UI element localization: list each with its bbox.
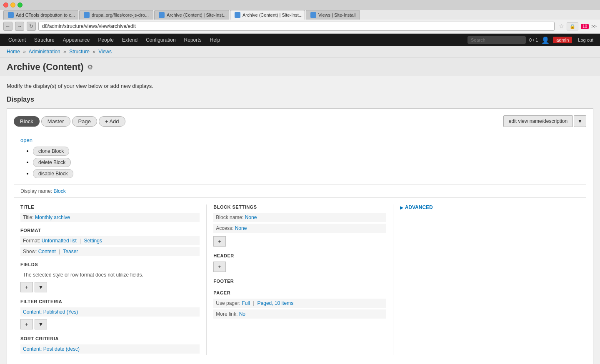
forward-button[interactable]: → [15, 22, 24, 31]
page-description: Modify the display(s) of your view below… [7, 83, 593, 89]
format-settings-link[interactable]: Settings [84, 238, 102, 244]
title-value-link[interactable]: Monthly archive [35, 214, 70, 220]
fields-section-label: FIELDS [20, 262, 200, 267]
tab-master[interactable]: Master [41, 116, 70, 127]
tab-icon-5 [310, 12, 316, 18]
advanced-link[interactable]: ADVANCED [400, 204, 573, 210]
breadcrumb-structure[interactable]: Structure [69, 49, 90, 55]
filter-add-dropdown[interactable]: ▼ [35, 319, 48, 329]
format-value-link[interactable]: Unformatted list [42, 238, 77, 244]
pager-section-label: PAGER [213, 290, 386, 295]
browser-tabs: Add CTools dropbutton to c... drupal.org… [0, 10, 600, 20]
view-col-1: TITLE Title: Monthly archive FORMAT Form… [20, 204, 207, 355]
format-row: Format: Unformatted list | Settings [20, 236, 200, 245]
displays-title: Displays [7, 96, 593, 103]
display-tabs: Block Master Page + Add [14, 116, 125, 127]
back-button[interactable]: ← [3, 22, 12, 31]
disable-block-button[interactable]: disable Block [33, 169, 73, 178]
adminbar-configuration[interactable]: Configuration [142, 34, 180, 46]
filter-add-row: + ▼ [20, 319, 200, 329]
view-col-2: BLOCK SETTINGS Block name: None Access: … [207, 204, 393, 355]
breadcrumb-administration[interactable]: Administration [29, 49, 60, 55]
display-name-row: Display name: Block [14, 185, 586, 197]
traffic-lights [3, 2, 22, 7]
admin-counter: 0 / 1 [529, 37, 538, 42]
list-item-delete: delete Block [33, 158, 580, 167]
settings-icon[interactable]: ⚙ [87, 63, 93, 71]
admin-username[interactable]: admin [553, 37, 572, 43]
adminbar-reports[interactable]: Reports [180, 34, 206, 46]
view-col-3: ADVANCED [393, 204, 580, 355]
filter-add-button[interactable]: + [20, 319, 33, 329]
adminbar-help[interactable]: Help [206, 34, 225, 46]
format-section-label: FORMAT [20, 228, 200, 233]
adminbar-right: 0 / 1 👤 admin Log out [468, 36, 596, 44]
edit-view-dropdown[interactable]: ▼ [574, 115, 586, 127]
tab-icon-3 [159, 12, 165, 18]
breadcrumb-views[interactable]: Views [98, 49, 112, 55]
adminbar-extend[interactable]: Extend [118, 34, 142, 46]
sort-value-link[interactable]: Content: Post date (desc) [20, 344, 200, 354]
adminbar-people[interactable]: People [94, 34, 118, 46]
tab-icon-1 [8, 12, 14, 18]
user-icon: 👤 [541, 36, 550, 44]
address-bar[interactable] [38, 22, 555, 31]
page-header: Archive (Content) ⚙ [0, 57, 600, 76]
fields-add-button[interactable]: + [20, 282, 33, 292]
logout-link[interactable]: Log out [575, 37, 596, 42]
fields-add-row: + ▼ [20, 282, 200, 292]
more-link-row: More link: No [213, 309, 386, 319]
page-content: Modify the display(s) of your view below… [0, 76, 600, 364]
block-add-button[interactable]: + [213, 236, 226, 247]
block-settings-label: BLOCK SETTINGS [213, 204, 386, 209]
browser-tab-1[interactable]: Add CTools dropbutton to c... [3, 10, 78, 20]
adminbar-structure[interactable]: Structure [30, 34, 59, 46]
pager-paged-link[interactable]: Paged, 10 items [258, 300, 294, 306]
header-add-button[interactable]: + [213, 262, 226, 272]
breadcrumb-home[interactable]: Home [7, 49, 20, 55]
browser-tab-5[interactable]: Views | Site-Install [306, 10, 360, 20]
adminbar-appearance[interactable]: Appearance [59, 34, 94, 46]
access-value-link[interactable]: None [235, 225, 247, 231]
title-row: Title: Monthly archive [20, 213, 200, 222]
list-item-disable: disable Block [33, 169, 580, 178]
close-button[interactable] [3, 2, 8, 7]
more-link-value[interactable]: No [239, 311, 245, 317]
browser-tab-3[interactable]: Archive (Content) | Site-Inst... [154, 10, 229, 20]
block-name-row: Block name: None [213, 213, 386, 222]
edit-view-button[interactable]: edit view name/description [503, 115, 573, 127]
show-value-link[interactable]: Content [38, 249, 56, 254]
block-name-link[interactable]: None [245, 214, 257, 220]
browser-tab-2[interactable]: drupal.org/files/core-js-dro... [79, 10, 153, 20]
show-teaser-link[interactable]: Teaser [63, 249, 78, 254]
footer-section-label: FOOTER [213, 279, 386, 284]
add-display-button[interactable]: + Add [99, 116, 125, 127]
title-section-label: TITLE [20, 204, 200, 209]
delete-block-button[interactable]: delete Block [33, 158, 71, 167]
view-sections: TITLE Title: Monthly archive FORMAT Form… [14, 197, 586, 362]
notification-badge: 10 [581, 24, 589, 29]
minimize-button[interactable] [10, 2, 15, 7]
extensions-icon: 🔒 [567, 22, 578, 30]
tab-block[interactable]: Block [14, 116, 40, 127]
filter-value-link[interactable]: Content: Published (Yes) [20, 307, 200, 317]
dropdown-list: clone Block delete Block disable Block [20, 147, 580, 178]
displays-panel: Block Master Page + Add edit view name/d… [7, 108, 593, 364]
maximize-button[interactable] [18, 2, 22, 7]
fields-add-dropdown[interactable]: ▼ [35, 282, 48, 292]
breadcrumb-sep-1: » [23, 49, 26, 55]
clone-block-button[interactable]: clone Block [33, 147, 69, 156]
header-add-row: + [213, 262, 386, 272]
admin-search-input[interactable] [468, 36, 526, 44]
dropdown-open-link[interactable]: open [20, 137, 32, 143]
bookmark-icon[interactable]: ☆ [559, 23, 564, 30]
tab-page[interactable]: Page [72, 116, 97, 127]
browser-chrome: Add CTools dropbutton to c... drupal.org… [0, 0, 600, 34]
adminbar-content[interactable]: Content [4, 34, 30, 46]
browser-tab-4[interactable]: Archive (Content) | Site-Inst... [230, 10, 305, 20]
refresh-button[interactable]: ↻ [27, 22, 36, 31]
display-name-link[interactable]: Block [53, 188, 65, 194]
pager-full-link[interactable]: Full [242, 300, 250, 306]
fields-note: The selected style or row format does no… [20, 270, 200, 279]
edit-view-btn-wrapper: edit view name/description ▼ [503, 115, 586, 127]
